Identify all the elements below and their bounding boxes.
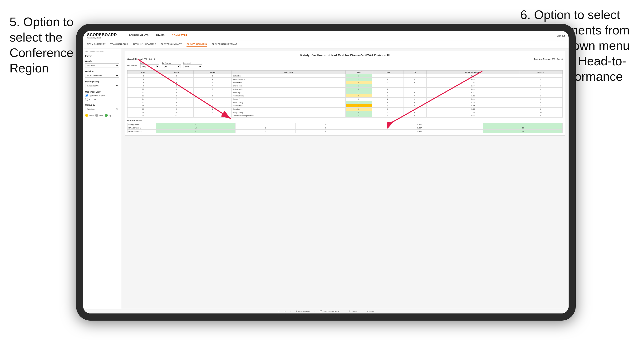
th-opponent: Opponent (232, 71, 346, 74)
logo-area: SCOREBOARD Powered by clippd (87, 33, 117, 39)
sub-nav-team-h2h-grid[interactable]: TEAM H2H GRID (110, 42, 128, 46)
watch-icon: 👁 (349, 310, 351, 312)
bottom-toolbar: ↩ ↪ | ⊞ View: Original | 💾 Save Custom V… (83, 309, 568, 314)
sub-nav-player-h2h-grid[interactable]: PLAYER H2H GRID (186, 42, 207, 46)
toolbar-sep4: | (362, 310, 362, 312)
nav-teams[interactable]: TEAMS (156, 33, 165, 38)
save-icon: 💾 (320, 310, 322, 312)
toolbar-sep1: | (290, 310, 291, 312)
sub-nav: TEAM SUMMARY TEAM H2H GRID TEAM H2H HEAT… (83, 41, 568, 48)
nav-tournaments[interactable]: TOURNAMENTS (129, 33, 149, 38)
arrow-left-indicator (90, 52, 243, 128)
view-original-icon: ⊞ (296, 310, 298, 312)
toolbar-sep2: | (314, 310, 315, 312)
share-icon: ↗ (367, 310, 368, 312)
logo-subtitle: Powered by clippd (87, 37, 117, 39)
th-win: Win (346, 71, 372, 74)
nav-committee[interactable]: COMMITTEE (172, 33, 187, 38)
toolbar-watch[interactable]: 👁 Watch (349, 310, 357, 312)
color-dot-down (85, 114, 88, 117)
arrow-right-indicator (387, 64, 530, 131)
toolbar-save[interactable]: 💾 Save Custom View (320, 310, 339, 312)
top-nav: SCOREBOARD Powered by clippd TOURNAMENTS… (83, 31, 568, 41)
sub-nav-team-summary[interactable]: TEAM SUMMARY (87, 42, 106, 46)
toolbar-share[interactable]: ↗ Share (367, 310, 374, 312)
sub-nav-team-h2h-heatmap[interactable]: TEAM H2H HEATMAP (133, 42, 156, 46)
share-label: Share (369, 310, 374, 312)
toolbar-view-original[interactable]: ⊞ View: Original (296, 310, 310, 312)
view-original-label: View: Original (298, 310, 310, 312)
nav-sign-out[interactable]: Sign out (557, 35, 565, 37)
sub-nav-player-summary[interactable]: PLAYER SUMMARY (161, 42, 182, 46)
logo-text: SCOREBOARD (87, 33, 117, 37)
nav-items: TOURNAMENTS TEAMS COMMITTEE (129, 33, 187, 38)
watch-label: Watch (352, 310, 357, 312)
sub-nav-player-h2h-heatmap[interactable]: PLAYER H2H HEATMAP (212, 42, 238, 46)
save-label: Save Custom View (323, 310, 339, 312)
toolbar-undo[interactable]: ↩ (278, 310, 279, 312)
toolbar-sep3: | (344, 310, 344, 312)
toolbar-redo[interactable]: ↪ (284, 310, 286, 312)
division-record: Division Record: 331 - 34 - 6 (534, 58, 563, 60)
